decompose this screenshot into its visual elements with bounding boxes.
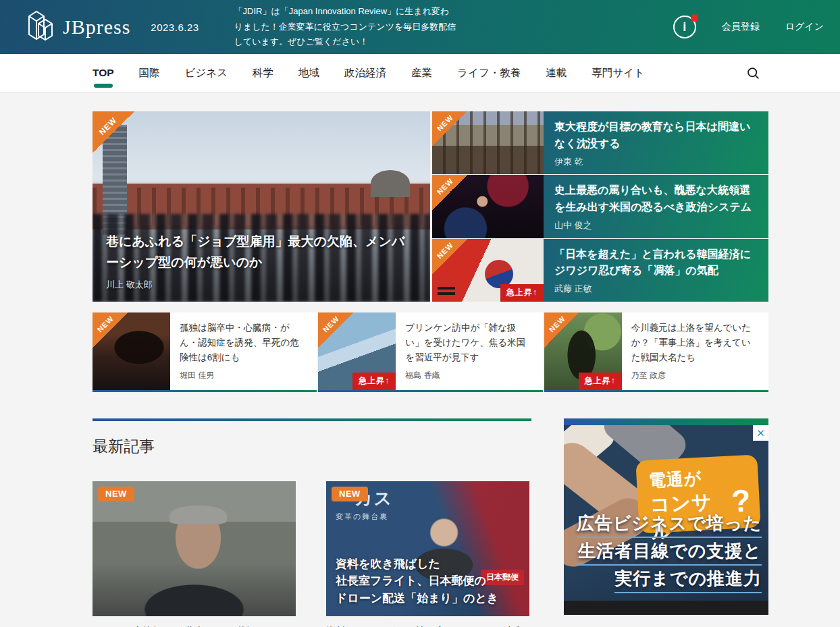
latest-article-1[interactable]: NEW バイデン大統領、“放蕩息子”が罪状認めて再選に暗雲: [93, 481, 296, 627]
nav-item-special-sites[interactable]: 専門サイト: [592, 63, 645, 83]
featured-article-3[interactable]: NEW 急上昇↑ 「日本を超えた」と言われる韓国経済にジワジワ忍び寄る「凋落」の…: [432, 239, 768, 302]
ad-bottom-bar: [564, 601, 768, 615]
new-ribbon: NEW: [93, 111, 134, 153]
featured-title: 東大程度が目標の教育なら日本は間違いなく沈没する: [554, 119, 758, 153]
hero-author: 川上 敬太郎: [106, 279, 417, 291]
small-article-1[interactable]: NEW 孤独は脳卒中・心臓病・がん・認知症を誘発、早死の危険性は6割にも 堀田 …: [93, 312, 317, 392]
featured-title: 「日本を超えた」と言われる韓国経済にジワジワ忍び寄る「凋落」の気配: [554, 246, 758, 280]
featured-author: 山中 俊之: [554, 219, 758, 231]
ad-close-icon[interactable]: ✕: [753, 425, 768, 441]
trending-badge: 急上昇↑: [352, 373, 396, 390]
small-cards-row: NEW 孤独は脳卒中・心臓病・がん・認知症を誘発、早死の危険性は6割にも 堀田 …: [93, 312, 768, 392]
new-ribbon: NEW: [432, 175, 467, 210]
featured-article-1[interactable]: NEW 東大程度が目標の教育なら日本は間違いなく沈没する 伊東 乾: [432, 111, 768, 174]
trending-badge: 急上昇↑: [579, 373, 622, 390]
hero-image-detail: [371, 170, 410, 197]
flag-detail: [438, 292, 455, 295]
jbpress-logo-icon: [25, 7, 56, 47]
nav-item-region[interactable]: 地域: [298, 63, 319, 83]
latest-article-2[interactable]: NEW ーカス 変革の舞台裏 日本郵便 資料を吹き飛ばした 社長室フライト、日本…: [326, 481, 529, 627]
new-ribbon: NEW: [432, 239, 467, 274]
small-author: 福島 香織: [405, 370, 533, 381]
nav-item-business[interactable]: ビジネス: [185, 63, 228, 83]
new-ribbon: NEW: [544, 312, 579, 348]
main-nav: TOP 国際 ビジネス 科学 地域 政治経済 産業 ライフ・教養 連載 専門サイ…: [0, 54, 840, 92]
brand-name: JBpress: [63, 16, 130, 38]
new-ribbon: NEW: [432, 111, 467, 146]
nav-item-series[interactable]: 連載: [546, 63, 567, 83]
notification-dot: [691, 14, 698, 22]
new-ribbon: NEW: [93, 312, 128, 348]
nav-item-industry[interactable]: 産業: [411, 63, 432, 83]
small-title: 孤独は脳卒中・心臓病・がん・認知症を誘発、早死の危険性は6割にも: [180, 321, 307, 365]
new-ribbon: NEW: [318, 312, 353, 348]
featured-author: 伊東 乾: [554, 156, 758, 168]
nav-item-science[interactable]: 科学: [253, 63, 273, 83]
info-icon[interactable]: i: [673, 16, 696, 38]
header-actions: i 会員登録 ログイン: [673, 16, 824, 38]
latest-title: 資料を吹き飛ばした社長室フライト、日本郵便のドローン配送「始まり」のとき: [326, 623, 529, 627]
new-badge: NEW: [332, 487, 368, 501]
nav-item-top[interactable]: TOP: [93, 64, 114, 82]
featured-title: 史上最悪の罵り合いも、醜悪な大統領選を生み出す米国の恐るべき政治システム: [554, 182, 758, 216]
featured-article-2[interactable]: NEW 史上最悪の罵り合いも、醜悪な大統領選を生み出す米国の恐るべき政治システム…: [432, 175, 768, 238]
announcement: 「JDIR」は「Japan Innovation Review」に生まれ変わ り…: [234, 4, 456, 50]
nav-item-politics-economy[interactable]: 政治経済: [344, 63, 386, 83]
advertisement[interactable]: ✕ 電通が コンサル ? 広告ビジネスで培った 生活者目線での支援と 実行までの…: [564, 425, 768, 615]
featured-author: 武藤 正敏: [554, 283, 758, 295]
ad-headline: 広告ビジネスで培った 生活者目線での支援と 実行までの推進力: [577, 510, 762, 593]
announcement-line: りました！企業変革に役立つコンテンツを毎日多数配信: [234, 20, 456, 35]
small-author: 乃至 政彦: [631, 370, 759, 381]
featured-column: NEW 東大程度が目標の教育なら日本は間違いなく沈没する 伊東 乾 NEW 史上…: [432, 111, 768, 302]
series-subtitle: 変革の舞台裏: [336, 512, 520, 522]
announcement-line: しています。ぜひご覧ください！: [234, 34, 456, 50]
hero-title: 巷にあふれる「ジョブ型雇用」最大の欠陥、メンバーシップ型の何が悪いのか: [106, 231, 417, 273]
flag-detail: [438, 287, 455, 290]
hero-caption: 巷にあふれる「ジョブ型雇用」最大の欠陥、メンバーシップ型の何が悪いのか 川上 敬…: [93, 222, 430, 302]
nav-item-international[interactable]: 国際: [139, 63, 160, 83]
register-link[interactable]: 会員登録: [722, 21, 760, 33]
latest-image-portrait: [93, 481, 296, 616]
small-title: ブリンケン訪中が「雑な扱い」を受けたワケ、焦る米国を習近平が見下す: [405, 321, 533, 365]
announcement-line: 「JDIR」は「Japan Innovation Review」に生まれ変わ: [234, 4, 456, 20]
latest-heading: 最新記事: [93, 436, 531, 457]
brand-logo[interactable]: JBpress: [25, 7, 130, 47]
content: NEW 巷にあふれる「ジョブ型雇用」最大の欠陥、メンバーシップ型の何が悪いのか …: [93, 92, 768, 627]
header-date: 2023.6.23: [151, 22, 199, 33]
login-link[interactable]: ログイン: [785, 21, 824, 33]
section-divider: [93, 418, 531, 421]
small-title: 今川義元は上洛を望んでいたか？「軍事上洛」を考えていた戦国大名たち: [631, 321, 759, 365]
ad-top-gradient-bar: [564, 418, 768, 425]
latest-section: 最新記事 NEW バイデン大統領、“放蕩息子”が罪状認めて再選に暗雲 NEW ー…: [93, 418, 531, 627]
new-badge: NEW: [98, 487, 134, 501]
small-article-3[interactable]: NEW 急上昇↑ 今川義元は上洛を望んでいたか？「軍事上洛」を考えていた戦国大名…: [544, 312, 768, 392]
search-icon[interactable]: [746, 66, 760, 80]
small-article-2[interactable]: NEW 急上昇↑ ブリンケン訪中が「雑な扱い」を受けたワケ、焦る米国を習近平が見…: [318, 312, 542, 392]
trending-badge: 急上昇↑: [500, 284, 544, 302]
nav-item-life-culture[interactable]: ライフ・教養: [457, 63, 521, 83]
small-author: 堀田 佳男: [180, 370, 307, 381]
latest-title: バイデン大統領、“放蕩息子”が罪状認めて再選に暗雲: [93, 623, 296, 627]
hero-article[interactable]: NEW 巷にあふれる「ジョブ型雇用」最大の欠陥、メンバーシップ型の何が悪いのか …: [93, 111, 430, 302]
ad-column: ✕ 電通が コンサル ? 広告ビジネスで培った 生活者目線での支援と 実行までの…: [564, 418, 768, 627]
site-header: JBpress 2023.6.23 「JDIR」は「Japan Innovati…: [0, 0, 840, 54]
image-headline: 資料を吹き飛ばした 社長室フライト、日本郵便の ドローン配送「始まり」のとき: [336, 555, 498, 607]
